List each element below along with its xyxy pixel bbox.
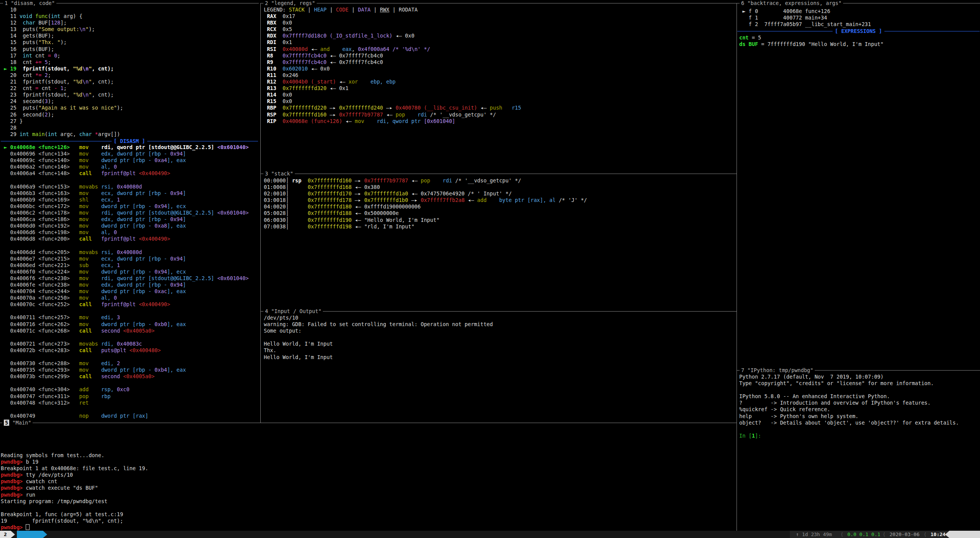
terminal-line: Thx. [264,347,735,354]
terminal-line: 0x400730 <func+288> mov edi, 2 [1,360,258,367]
terminal-line [739,387,978,393]
status-load-average: 0.0 0.1 0.1 [847,531,880,538]
terminal-line: 20 cnt *= 2; [1,72,258,79]
terminal-line: 07:0038│ 0x7fffffffd198 ◂— "rld, I'm Inp… [264,223,735,230]
terminal-line: RAX 0x17 [264,13,735,20]
pane-header-backtrace: 6 "backtrace, expressions, args" [740,0,843,7]
source-listing: 10 11 void func(int arg) { 12 char BUF[1… [1,7,258,138]
terminal-line: Breakpoint 1 at 0x40068e: file test.c, l… [1,465,735,472]
terminal-line: ► f 0 40068e func+126 [739,8,978,15]
terminal-line [1,354,258,360]
backtrace-frames: ► f 0 40068e func+126 f 1 400772 main+34… [739,8,978,28]
terminal-line: Reading symbols from test...done. [1,452,735,459]
terminal-line: R8 0x7ffff7fcb4c0 ◂— 0x7ffff7fcb4c0 [264,52,735,59]
pane-io[interactable]: /dev/pts/10warning: GDB: Failed to set c… [261,311,737,423]
terminal-line: %quickref -> Quick reference. [739,406,978,413]
terminal-line: pwndbg> cwatch execute "ds BUF" [1,485,735,491]
terminal-line: 0x40070c <func+252> call fprintf@plt <0x… [1,301,258,308]
ipython-console: Python 2.7.17 (default, Nov 7 2019, 10:0… [739,374,978,439]
pane-header-disasm-code: 1 "disasm, code" [3,0,56,7]
status-uptime: ↑ 1d 23h 49m [796,531,832,538]
session-segment[interactable]: 2 [0,531,11,538]
terminal-line: ► 19 fprintf(stdout, "%d\n", cnt); [1,66,258,72]
terminal-line: 0x400747 <func+311> pop rbp [1,393,258,400]
terminal-line: LEGEND: STACK | HEAP | CODE | DATA | RWX… [264,7,735,13]
terminal-line: 15 puts("Thx. "); [1,39,258,46]
terminal-line: 0x400749 nop dword ptr [rax] [1,413,258,419]
tmux-status-bar: 2 1⟩gdb ↑ 1d 23h 49m ⟨ 0.0 0.1 0.1 ⟨ 202… [0,531,980,538]
terminal-line: 0x40072b <func+283> call puts@plt <0x400… [1,347,258,354]
terminal-line: 16 puts(BUF); [1,46,258,52]
pane-legend-regs[interactable]: LEGEND: STACK | HEAP | CODE | DATA | RWX… [261,0,737,174]
terminal-line [1,406,258,413]
pane-header-ipython: 7 "IPython: tmp/pwndbg" [740,367,815,374]
terminal-line: pwndbg> run [1,492,735,498]
terminal-line: 24 second(3); [1,98,258,105]
terminal-line: 13 puts("Some output:\n"); [1,26,258,33]
terminal-line: RDI 0x1 [264,39,735,46]
status-hostname-segment: at-at [949,531,980,538]
terminal-line: 0x400704 <func+244> mov dword ptr [rbp -… [1,288,258,295]
terminal-line: 0x40071c <func+268> call second <0x4005a… [1,328,258,334]
terminal-line: 0x4006e7 <func+215> mov ecx, dword ptr [… [1,256,258,262]
terminal-line: 0x400716 <func+262> mov dword ptr [rbp -… [1,321,258,328]
chevron-separator-icon: ⟨ [883,531,886,538]
pane-backtrace[interactable]: ► f 0 40068e func+126 f 1 400772 main+34… [737,0,980,370]
powerline-arrow-icon [11,531,15,538]
active-pane-number: 5 [4,420,9,426]
terminal-line: R12 0x4004b0 (_start) ◂— xor ebp, ebp [264,79,735,85]
uptime-arrow-icon: ↑ [796,531,799,537]
terminal-line: 0x4006f6 <func+230> mov rdi, qword ptr [… [1,275,258,282]
pane-disasm-code[interactable]: 10 11 void func(int arg) { 12 char BUF[1… [0,0,259,423]
terminal-line: 0x40069c <func+140> mov dword ptr [rbp -… [1,157,258,164]
terminal-line: 04:0020│ 0x7fffffffd180 ◂— 0xffffd190000… [264,203,735,210]
terminal-line: f 2 7ffff7a05b97 __libc_start_main+231 [739,21,978,28]
terminal-line: 0x400735 <func+293> mov dword ptr [rbp -… [1,367,258,373]
terminal-line: 26 second(2); [1,112,258,118]
terminal-line: 18 cnt += 5; [1,59,258,66]
terminal-line: 01:0008│ 0x7fffffffd168 ◂— 0x380 [264,184,735,190]
pane-header-main: 5 "Main" [2,420,33,426]
pane-ipython[interactable]: Python 2.7.17 (default, Nov 7 2019, 10:0… [737,370,980,531]
stack-listing: 00:0000│ rsp 0x7fffffffd160 —▸ 0x7ffff7b… [264,177,735,230]
terminal-line: 25 puts("Again as it was so nice"); [1,105,258,111]
terminal-line: Type "copyright", "credits" or "license"… [739,380,978,387]
disasm-separator: [ DISASM ] [1,141,258,141]
chevron-separator-icon: ⟨ [924,531,927,538]
terminal-line: 05:0028│ 0x7fffffffd188 ◂— 0x50000000e [264,210,735,217]
pane-header-stack: 3 "stack" [263,171,295,177]
terminal-line: 0x4006f0 <func+224> mov dword ptr [rbp -… [1,269,258,275]
terminal-line: Hello World, I'm Input [264,354,735,361]
terminal-line: pwndbg> cwatch cnt [1,478,735,485]
terminal-line: 0x40073b <func+299> call second <0x4005a… [1,373,258,380]
pane-header-legend-regs: 2 "legend, regs" [263,0,317,7]
terminal-line: help -> Python's own help system. [739,413,978,420]
terminal-line: 14 gets(BUF); [1,33,258,39]
pane-main-gdb[interactable]: Reading symbols from test...done.pwndbg>… [0,423,737,531]
terminal-line: 0x400696 <func+134> mov edx, dword ptr [… [1,151,258,157]
terminal-line: 19 fprintf(stdout, "%d\n", cnt); [1,518,735,524]
terminal-line: pwndbg> tty /dev/pts/10 [1,472,735,478]
pane-header-io: 4 "Input / Output" [263,308,323,315]
terminal-line: 0x4006ca <func+186> mov edx, dword ptr [… [1,216,258,223]
terminal-line: 0x4006a9 <func+153> movabs rsi, 0x40080d [1,184,258,190]
terminal-line: RSP 0x7fffffffd160 —▸ 0x7ffff7b97787 ◂— … [264,112,735,118]
terminal-line: 0x400748 <func+312> ret [1,400,258,406]
terminal-line: Starting program: /tmp/pwndbg/test [1,498,735,505]
terminal-line: R11 0x246 [264,72,735,79]
terminal-line: 0x4006bc <func+172> mov dword ptr [rbp -… [1,203,258,210]
terminal-line: R13 0x7fffffffd320 ◂— 0x1 [264,85,735,92]
terminal-line: 0x4006a2 <func+146> mov al, 0 [1,164,258,170]
gdb-console: Reading symbols from test...done.pwndbg>… [1,452,735,531]
terminal-line: In [1]: [739,433,978,439]
terminal-line: 0x400721 <func+273> movabs rdi, 0x40083c [1,341,258,347]
terminal-line [1,334,258,341]
terminal-line: RIP 0x40068e (func+126) ◂— mov rdi, qwor… [264,118,735,125]
terminal-line: R10 0x602010 ◂— 0x0 [264,66,735,72]
terminal-line: 0x400740 <func+304> add rsp, 0xc0 [1,386,258,393]
terminal-line [1,242,258,249]
terminal-line: 23 fprintf(stdout, "%d\n", cnt); [1,92,258,98]
pane-stack[interactable]: 00:0000│ rsp 0x7fffffffd160 —▸ 0x7ffff7b… [261,174,737,311]
terminal-line: warning: GDB: Failed to set controlling … [264,321,735,328]
window-tab-gdb[interactable]: 1⟩gdb [17,531,43,538]
